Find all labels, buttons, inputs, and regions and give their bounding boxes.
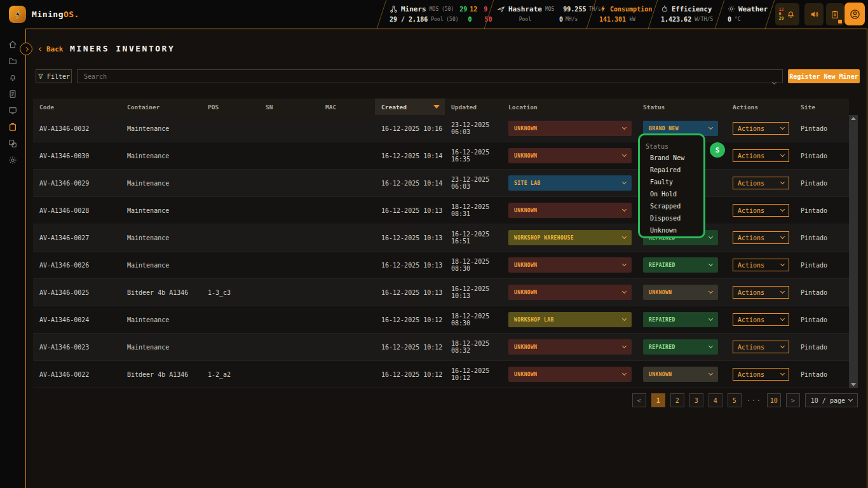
pagination-prev-button[interactable]: < — [632, 393, 646, 407]
clipboard-icon — [831, 10, 839, 19]
status-select[interactable]: REPAIRED — [643, 312, 718, 327]
column-header-updated[interactable]: Updated — [445, 98, 502, 115]
actions-select[interactable]: Actions — [733, 286, 789, 299]
cell-code: AV-A1346-0026 — [33, 252, 121, 278]
actions-select[interactable]: Actions — [733, 313, 789, 326]
volume-button[interactable] — [804, 3, 824, 25]
bell-icon — [8, 73, 17, 82]
status-option-scrapped[interactable]: Scrapped — [640, 200, 703, 212]
column-header-code[interactable]: Code — [33, 98, 121, 115]
chevron-down-icon — [780, 344, 785, 348]
location-select[interactable]: WORKSHOP LAB — [508, 312, 632, 327]
pagination-page-2[interactable]: 2 — [670, 393, 684, 407]
cell-container: Maintenance — [121, 334, 201, 360]
column-header-location[interactable]: Location — [502, 98, 637, 115]
status-option-repaired[interactable]: Repaired — [640, 164, 703, 176]
reports-button[interactable] — [826, 3, 844, 25]
location-select[interactable]: UNKNOWN — [508, 285, 632, 300]
status-dropdown-panel: Status Brand New Repaired Faulty On Hold… — [638, 133, 705, 238]
status-option-unknown[interactable]: Unknown — [640, 224, 703, 236]
actions-select[interactable]: Actions — [733, 259, 789, 271]
sidebar-item-monitor[interactable] — [8, 105, 18, 116]
scroll-up-icon[interactable] — [851, 117, 856, 120]
pagination-page-10[interactable]: 10 — [767, 393, 781, 407]
pagination-next-button[interactable]: > — [786, 393, 800, 407]
column-header-pos[interactable]: POS — [201, 98, 259, 115]
pagination-page-4[interactable]: 4 — [709, 393, 722, 407]
sidebar-item-home[interactable] — [8, 39, 18, 50]
pagination-page-5[interactable]: 5 — [728, 393, 742, 407]
location-select[interactable]: UNKNOWN — [508, 367, 632, 382]
cell-updated: 16-12-2025 10:13 — [445, 279, 502, 306]
stat-miners: Miners MOS (50) 29129 29 / 2,186 Pool (5… — [382, 0, 489, 29]
location-select[interactable]: UNKNOWN — [508, 203, 632, 218]
actions-select[interactable]: Actions — [733, 204, 789, 217]
stat-weather: Weather 0 °C — [720, 0, 770, 29]
location-select[interactable]: UNKNOWN — [508, 121, 632, 136]
location-select[interactable]: WORKSHOP WAREHOUSE — [508, 230, 632, 245]
cell-mac — [319, 115, 375, 142]
column-header-status[interactable]: Status — [637, 98, 726, 115]
pagination-page-1[interactable]: 1 — [651, 393, 665, 407]
search-input[interactable] — [77, 69, 783, 83]
status-option-on-hold[interactable]: On Hold — [640, 188, 703, 200]
status-select[interactable]: UNKNOWN — [643, 367, 718, 382]
status-option-brand-new[interactable]: Brand New — [640, 152, 703, 164]
column-header-sn[interactable]: SN — [259, 98, 319, 115]
miners-mos-warn: 12 — [467, 6, 477, 13]
actions-select[interactable]: Actions — [733, 122, 789, 135]
column-header-container[interactable]: Container — [121, 98, 201, 115]
actions-select[interactable]: Actions — [733, 368, 789, 381]
actions-select[interactable]: Actions — [733, 341, 789, 353]
filter-button[interactable]: Filter — [36, 69, 72, 83]
cell-code: AV-A1346-0024 — [33, 306, 121, 333]
notifications-button[interactable]: 12 0 29 — [775, 3, 799, 25]
folder-icon — [8, 57, 17, 65]
actions-select[interactable]: Actions — [733, 231, 789, 244]
sidebar-item-document[interactable] — [8, 89, 18, 99]
efficiency-value: 1,423.62 — [661, 16, 691, 23]
sidebar-item-settings[interactable] — [8, 155, 18, 165]
status-select[interactable]: UNKNOWN — [643, 285, 718, 300]
status-select[interactable]: REPAIRED — [643, 257, 718, 273]
status-select[interactable]: REPAIRED — [643, 339, 718, 355]
cell-created: 16-12-2025 10:12 — [375, 334, 445, 360]
location-select[interactable]: UNKNOWN — [508, 339, 632, 355]
sidebar-item-inventory[interactable] — [8, 122, 18, 132]
cell-pos — [201, 142, 259, 169]
table-scrollbar[interactable] — [849, 115, 858, 388]
pagination-page-3[interactable]: 3 — [689, 393, 703, 407]
location-select[interactable]: UNKNOWN — [508, 257, 632, 273]
sidebar-item-folder[interactable] — [8, 56, 18, 66]
column-header-site[interactable]: Site — [794, 98, 849, 115]
cell-pos — [201, 252, 259, 278]
cell-created: 16-12-2025 10:12 — [375, 361, 445, 388]
page-size-select[interactable]: 10 / page — [805, 393, 858, 407]
column-header-actions[interactable]: Actions — [726, 98, 794, 115]
cell-code: AV-A1346-0030 — [33, 142, 121, 169]
search-chevron-icon[interactable] — [773, 74, 776, 86]
actions-select[interactable]: Actions — [733, 177, 789, 189]
register-new-miner-button[interactable]: Register New Miner — [788, 69, 860, 83]
status-option-faulty[interactable]: Faulty — [640, 176, 703, 188]
column-header-mac[interactable]: MAC — [319, 98, 375, 115]
column-header-created[interactable]: Created — [375, 98, 445, 115]
cell-code: AV-A1346-0029 — [33, 170, 121, 196]
location-select[interactable]: SITE LAB — [508, 175, 632, 191]
account-button[interactable] — [844, 3, 865, 25]
sidebar-item-notifications[interactable] — [8, 72, 18, 83]
sidebar-item-modules[interactable] — [8, 139, 18, 149]
cell-updated: 16-12-2025 16:35 — [445, 142, 502, 169]
back-button[interactable]: Back — [39, 45, 64, 53]
location-select[interactable]: UNKNOWN — [508, 148, 632, 163]
cell-pos — [201, 115, 259, 142]
efficiency-icon — [661, 5, 668, 13]
table-row: AV-A1346-0026 Maintenance 16-12-2025 10:… — [33, 252, 849, 279]
actions-select[interactable]: Actions — [733, 149, 789, 162]
sidebar-expand-button[interactable] — [20, 43, 32, 55]
chevron-down-icon — [780, 234, 785, 239]
scroll-down-icon[interactable] — [851, 383, 856, 386]
cell-mac — [319, 170, 375, 196]
status-option-disposed[interactable]: Disposed — [640, 212, 703, 224]
cell-site: Pintado — [794, 142, 849, 169]
